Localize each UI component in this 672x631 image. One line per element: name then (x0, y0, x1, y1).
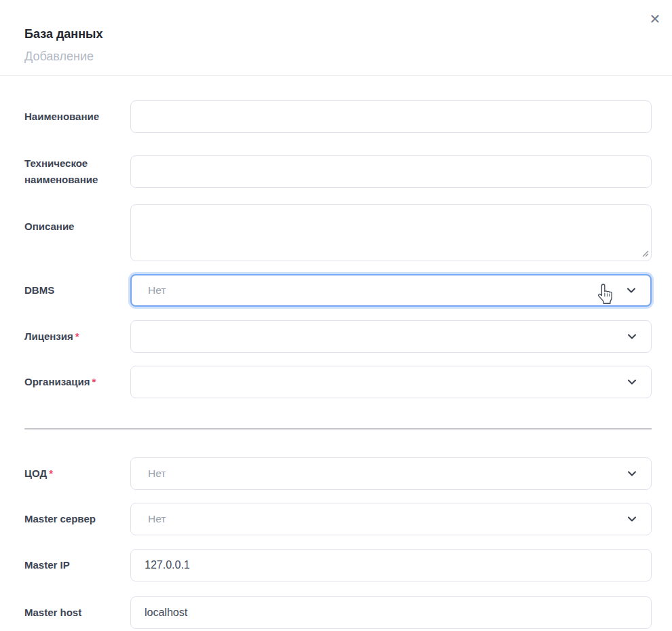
close-icon: ✕ (650, 12, 661, 26)
page-title: База данных (24, 27, 648, 41)
resize-grip-icon[interactable] (642, 250, 649, 257)
modal-subtitle: Добавление (24, 50, 648, 63)
form-row-organization: Организация* (24, 366, 652, 398)
field-label-datacenter: ЦОД* (24, 465, 130, 482)
name-input[interactable] (130, 100, 652, 133)
chevron-down-icon (626, 467, 638, 480)
field-label-tech-name: Техническое наименование (24, 155, 130, 188)
field-label-master-server: Master сервер (24, 511, 130, 527)
tech-name-input[interactable] (130, 155, 652, 188)
field-label-dbms: DBMS (24, 282, 130, 299)
form-row-datacenter: ЦОД* Нет (24, 457, 652, 490)
modal-header: База данных Добавление (0, 0, 672, 76)
field-label-master-ip: Master IP (24, 557, 130, 573)
dbms-select-placeholder: Нет (148, 284, 166, 297)
field-label-description: Описание (24, 204, 130, 235)
required-asterisk: * (92, 376, 96, 387)
chevron-down-icon (626, 513, 638, 525)
organization-select[interactable] (130, 366, 652, 398)
datacenter-select-placeholder: Нет (148, 467, 166, 480)
chevron-down-icon (626, 330, 638, 343)
form-row-master-ip: Master IP (24, 549, 652, 581)
required-asterisk: * (49, 467, 53, 479)
datacenter-select[interactable]: Нет (130, 457, 652, 490)
database-add-form: Наименование Техническое наименование Оп… (0, 76, 672, 629)
description-textarea[interactable] (130, 204, 652, 261)
required-asterisk: * (75, 330, 79, 342)
form-row-dbms: DBMS Нет (24, 274, 652, 307)
field-label-name: Наименование (24, 109, 130, 125)
chevron-down-icon (625, 284, 637, 297)
form-row-master-server: Master сервер Нет (24, 503, 652, 535)
form-row-license: Лицензия* (24, 320, 652, 353)
master-server-select-placeholder: Нет (148, 513, 166, 525)
form-row-description: Описание (24, 204, 652, 261)
close-button[interactable]: ✕ (645, 9, 665, 29)
form-row-name: Наименование (24, 100, 652, 133)
master-server-select[interactable]: Нет (130, 503, 652, 535)
section-divider (24, 428, 652, 429)
form-row-tech-name: Техническое наименование (24, 155, 652, 188)
license-select[interactable] (130, 320, 652, 353)
field-label-license: Лицензия* (24, 328, 130, 345)
form-row-master-host: Master host (24, 596, 652, 629)
dbms-select[interactable]: Нет (130, 274, 652, 307)
field-label-organization: Организация* (24, 374, 130, 390)
field-label-master-host: Master host (24, 605, 130, 621)
chevron-down-icon (626, 376, 638, 388)
master-ip-input[interactable] (130, 549, 652, 581)
master-host-input[interactable] (130, 596, 652, 629)
